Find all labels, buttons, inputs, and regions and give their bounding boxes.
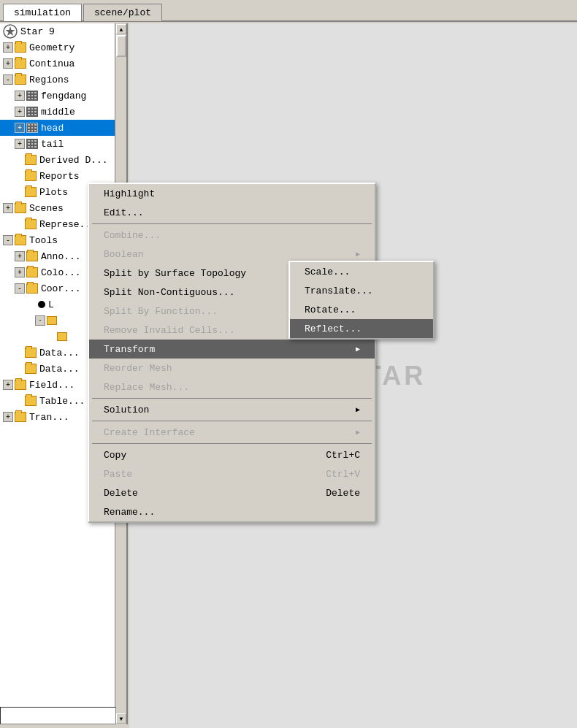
tree-item-middle[interactable]: + middle: [0, 104, 126, 120]
scrollbar-thumb[interactable]: [116, 35, 126, 57]
menu-sep-4: [92, 443, 372, 444]
expander-tools[interactable]: -: [3, 235, 13, 245]
menu-label-edit: Edit...: [104, 207, 144, 218]
folder-icon-tools: [15, 235, 26, 245]
menu-item-edit[interactable]: Edit...: [89, 203, 375, 222]
expander-fengdang[interactable]: +: [15, 91, 25, 101]
folder-icon-continua: [15, 58, 26, 69]
menu-shortcut-copy: Ctrl+C: [326, 450, 360, 461]
tree-label-tran: Tran...: [29, 412, 69, 423]
expander-field[interactable]: +: [3, 380, 13, 390]
menu-label-transform: Transform: [104, 344, 155, 355]
expander-tran[interactable]: +: [3, 412, 13, 422]
expander-regions[interactable]: -: [3, 74, 13, 85]
expander-middle[interactable]: +: [15, 107, 25, 117]
folder-icon-represe: [25, 219, 37, 229]
menu-label-create-interface: Create Interface: [104, 427, 195, 438]
menu-item-highlight[interactable]: Highlight: [89, 184, 375, 203]
tree-label-data2: Data...: [39, 364, 80, 375]
tree-item-tail[interactable]: + tail: [0, 136, 126, 152]
submenu-item-reflect[interactable]: Reflect...: [290, 319, 433, 338]
submenu-label-translate: Translate...: [305, 286, 373, 296]
menu-sep-1: [92, 223, 372, 224]
submenu-item-rotate[interactable]: Rotate...: [290, 300, 433, 319]
tree-label-l: L: [48, 299, 54, 310]
tab-simulation[interactable]: simulation: [3, 4, 82, 21]
tree-root[interactable]: Star 9: [0, 23, 126, 39]
svg-marker-1: [6, 26, 15, 36]
tree-item-head[interactable]: + head: [0, 120, 126, 136]
menu-label-replace-mesh: Replace Mesh...: [104, 382, 189, 393]
menu-label-remove-invalid: Remove Invalid Cells...: [104, 325, 234, 336]
tab-bar: simulation scene/plot: [0, 0, 577, 22]
folder-icon-regions: [15, 74, 26, 85]
tree-item-regions[interactable]: - Regions: [0, 72, 126, 88]
submenu-item-translate[interactable]: Translate...: [290, 281, 433, 300]
menu-item-create-interface: Create Interface ▶: [89, 423, 375, 442]
tree-item-continua[interactable]: + Continua: [0, 55, 126, 72]
menu-item-rename[interactable]: Rename...: [89, 502, 375, 521]
tree-search-bar[interactable]: [0, 707, 116, 724]
folder-icon-field: [15, 380, 26, 390]
tree-item-derived[interactable]: Derived D...: [0, 152, 126, 168]
tree-label-continua: Continua: [29, 58, 74, 69]
expander-head[interactable]: +: [15, 123, 25, 133]
tree-label-field: Field...: [29, 380, 74, 391]
expander-continua[interactable]: +: [3, 58, 13, 69]
tab-scene-plot[interactable]: scene/plot: [83, 4, 162, 21]
expander-color[interactable]: +: [15, 267, 25, 277]
menu-item-combine: Combine...: [89, 226, 375, 245]
expander-tail[interactable]: +: [15, 139, 25, 149]
menu-label-paste: Paste: [104, 469, 132, 480]
menu-label-highlight: Highlight: [104, 188, 155, 199]
menu-item-copy[interactable]: Copy Ctrl+C: [89, 445, 375, 464]
folder-icon-anno: [26, 251, 38, 261]
menu-item-replace-mesh: Replace Mesh...: [89, 378, 375, 396]
tree-label-regions: Regions: [29, 74, 69, 85]
tree-label-scenes: Scenes: [29, 203, 64, 214]
tree-label-geometry: Geometry: [29, 42, 74, 53]
folder-icon-reports: [25, 171, 37, 181]
menu-label-split-noncontiguous: Split Non-Contiguous...: [104, 287, 234, 298]
tree-label-table: Table...: [39, 396, 85, 407]
menu-sep-3: [92, 421, 372, 421]
menu-shortcut-paste: Ctrl+V: [326, 469, 360, 480]
expander-anno[interactable]: +: [15, 251, 25, 261]
menu-label-split-function: Split By Function...: [104, 306, 218, 317]
transform-submenu: Scale... Translate... Rotate... Reflect.…: [288, 261, 435, 340]
scrollbar-up[interactable]: ▲: [116, 24, 126, 34]
menu-label-combine: Combine...: [104, 230, 161, 241]
expander-coor[interactable]: -: [15, 283, 25, 294]
expander-geometry[interactable]: +: [3, 42, 13, 53]
menu-item-paste: Paste Ctrl+V: [89, 464, 375, 483]
mesh-icon-tail: [26, 139, 38, 149]
submenu-item-scale[interactable]: Scale...: [290, 262, 433, 281]
tree-item-geometry[interactable]: + Geometry: [0, 39, 126, 55]
small-folder-c2: [57, 332, 67, 341]
folder-icon-data1: [25, 348, 37, 358]
star-root-icon: [3, 24, 18, 39]
menu-label-rename: Rename...: [104, 507, 155, 518]
menu-item-solution[interactable]: Solution ▶: [89, 400, 375, 419]
tree-item-reports[interactable]: Reports: [0, 168, 126, 184]
menu-item-transform[interactable]: Transform ▶: [89, 340, 375, 359]
tree-label-tail: tail: [41, 139, 64, 150]
tree-item-fengdang[interactable]: + fengdang: [0, 88, 126, 104]
submenu-label-scale: Scale...: [305, 267, 350, 277]
menu-label-solution: Solution: [104, 405, 149, 415]
menu-shortcut-delete: Delete: [326, 488, 360, 499]
tree-label-derived: Derived D...: [39, 155, 108, 166]
folder-icon-color: [26, 267, 38, 277]
menu-item-delete[interactable]: Delete Delete: [89, 483, 375, 502]
folder-icon-table: [25, 396, 37, 406]
expander-scenes[interactable]: +: [3, 203, 13, 213]
menu-label-delete: Delete: [104, 488, 138, 499]
folder-icon-derived: [25, 155, 37, 165]
main-window: simulation scene/plot Star 9 + Geometry …: [0, 0, 577, 728]
mesh-icon-middle: [26, 107, 38, 117]
menu-arrow-create-interface: ▶: [356, 428, 360, 437]
scrollbar-down[interactable]: ▼: [116, 713, 126, 724]
tree-label-reports: Reports: [39, 171, 80, 182]
expander-c1[interactable]: -: [35, 315, 45, 326]
tree-label-plots: Plots: [39, 187, 68, 198]
